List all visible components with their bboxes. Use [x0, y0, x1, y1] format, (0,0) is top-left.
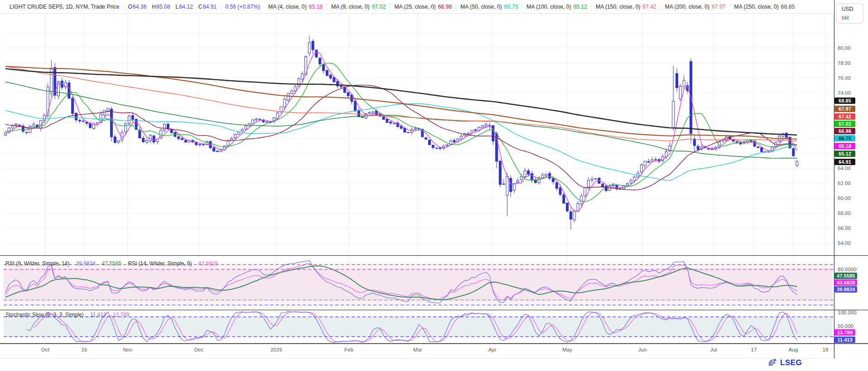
ohlc-pair: C64.91 — [198, 4, 217, 10]
candle-up — [517, 181, 519, 182]
candle-down — [407, 132, 410, 133]
candle-up — [584, 188, 586, 196]
ma-label: MA (250, close, 0) — [734, 4, 779, 10]
ma4-price-label: 65.18 — [834, 143, 855, 149]
candle-down — [535, 180, 537, 183]
candle-down — [602, 184, 604, 186]
stochastic-legend[interactable]: Stochastic Slow (5, 3, 3, Simple) 11.413… — [5, 312, 129, 318]
rsi14-value: 43.6828 — [198, 260, 218, 267]
candle-down — [531, 173, 533, 180]
legend-500-ma[interactable]: MA (50, close, 0)66.75 — [456, 3, 522, 11]
candle-up — [298, 79, 300, 87]
candle-up — [149, 135, 151, 141]
price-tick-label: 58.00 — [838, 210, 851, 216]
candle-down — [404, 128, 406, 132]
rsi-legend[interactable]: RSI (9, Wilder, Simple, 14) 39.9834 47.5… — [5, 260, 218, 267]
candle-up — [29, 127, 31, 133]
price-axis-column[interactable]: USD bbl 80.0078.0076.0074.0064.0062.0060… — [834, 0, 868, 359]
candle-up — [641, 165, 643, 172]
candle-up — [573, 211, 575, 220]
candle-down — [315, 50, 318, 57]
ohlc-label-O: O — [128, 4, 132, 10]
x-tick-label-Nov: Nov — [113, 347, 142, 352]
candle-down — [181, 138, 183, 140]
x-tick-label-Dec: Dec — [184, 347, 213, 352]
candle-down — [386, 119, 388, 122]
rsi14-label: 43.6828 — [834, 279, 857, 286]
candle-down — [25, 132, 28, 132]
unit-label: bbl — [842, 15, 863, 20]
candle-up — [125, 124, 127, 132]
candle-down — [153, 136, 155, 142]
candle-down — [142, 138, 145, 142]
candle-down — [570, 212, 572, 220]
legend-2000-ma[interactable]: MA (200, close, 0)67.97 — [661, 3, 730, 11]
candle-up — [506, 176, 508, 195]
candle-up — [287, 93, 289, 100]
ma100-price-label: 65.12 — [834, 151, 855, 157]
lseg-wordmark: LSEG — [780, 358, 802, 367]
candle-down — [184, 140, 187, 142]
ohlc-pair: O64.36 — [128, 4, 146, 10]
rsi9-ma-value: 47.5585 — [102, 260, 121, 267]
candle-down — [676, 73, 678, 88]
candle-down — [361, 117, 363, 117]
rsi9-label: 39.9834 — [834, 286, 857, 293]
ma9-price-label: 67.02 — [834, 121, 855, 127]
legend-1500-ma[interactable]: MA (150, close, 0)67.42 — [591, 3, 661, 11]
legend-40-ma[interactable]: MA (4, close, 0)65.18 — [264, 3, 327, 11]
lseg-crest-icon — [767, 358, 777, 368]
ma-label: MA (200, close, 0) — [665, 4, 709, 10]
candle-up — [280, 107, 282, 112]
candle-down — [114, 137, 116, 143]
candle-down — [559, 188, 561, 195]
unit-selector[interactable]: USD bbl — [836, 3, 863, 24]
legend-250-ma[interactable]: MA (25, close, 0)66.98 — [390, 3, 456, 11]
currency-label: USD — [842, 6, 863, 12]
stoch-k-label: 11.413 — [834, 337, 855, 343]
candle-down — [390, 122, 392, 123]
instrument-legend[interactable]: LIGHT CRUDE SEP5, 1D, NYM, Trade Price — [5, 3, 123, 11]
candle-down — [510, 178, 512, 192]
instrument-title: LIGHT CRUDE SEP5, 1D, NYM, Trade Price — [10, 4, 119, 10]
change-value: 0.56 (+0.87%) — [225, 4, 260, 10]
candle-up — [146, 140, 148, 142]
candle-down — [425, 138, 427, 139]
legend-2500-ma[interactable]: MA (250, close, 0)68.85 — [730, 3, 799, 11]
time-axis[interactable]: Oct16NovDec2025FebMarAprMayJunJul17Aug18 — [0, 344, 834, 358]
candle-up — [524, 171, 526, 177]
stoch-axis-label: 50.000 — [838, 323, 854, 329]
ma-value: 67.42 — [642, 4, 656, 10]
candle-down — [435, 148, 438, 148]
chart-canvas[interactable] — [0, 0, 868, 359]
ohlc-value-C: 64.91 — [203, 4, 217, 10]
candle-down — [82, 121, 84, 122]
candle-up — [485, 124, 487, 127]
candle-up — [234, 134, 236, 138]
ohlc-pair: L64.12 — [176, 4, 193, 10]
candle-up — [513, 184, 516, 190]
moving-average-layer — [5, 52, 797, 211]
candle-up — [290, 91, 293, 93]
ma-100-line — [5, 82, 797, 159]
candle-up — [711, 149, 714, 150]
candle-down — [347, 93, 349, 96]
rsi9-title: RSI (9, Wilder, Simple, 14) — [5, 260, 69, 267]
ohlc-pair: H65.08 — [152, 4, 170, 10]
legend-90-ma[interactable]: MA (9, close, 0)67.02 — [327, 3, 390, 11]
legend-1000-ma[interactable]: MA (100, close, 0)65.12 — [522, 3, 591, 11]
candle-up — [541, 175, 544, 178]
candle-down — [400, 126, 402, 128]
rsi14-title: RSI (14, Wilder, Simple, 9) — [128, 260, 192, 267]
candlestick-layer — [5, 36, 798, 230]
candle-up — [294, 87, 296, 91]
ohlc-value-O: 64.36 — [133, 4, 147, 10]
candle-down — [199, 145, 201, 145]
ohlc-legend[interactable]: O64.36H65.08L64.12C64.91 — [123, 3, 221, 11]
candle-up — [591, 179, 593, 180]
candle-down — [312, 41, 314, 50]
candle-down — [89, 123, 92, 128]
candle-up — [482, 126, 484, 128]
candle-up — [107, 108, 109, 111]
x-tick-label-Aug: Aug — [779, 347, 808, 352]
